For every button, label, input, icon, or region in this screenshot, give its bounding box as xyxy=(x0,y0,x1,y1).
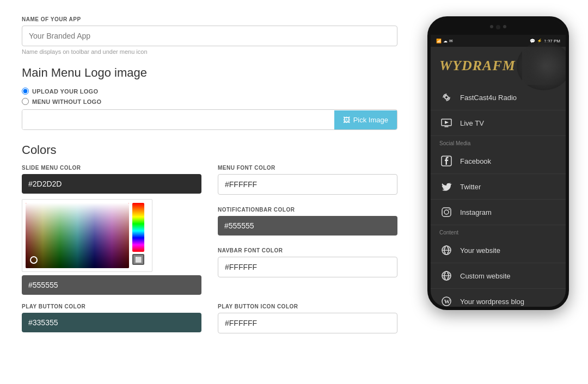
image-pick-row: 🖼 Pick Image xyxy=(22,109,397,130)
custom-website-label: Custom website xyxy=(460,272,510,280)
svg-point-0 xyxy=(445,96,448,99)
content-label: Content xyxy=(431,225,566,238)
image-icon: 🖼 xyxy=(343,116,350,124)
phone-top-bar xyxy=(431,20,566,35)
phone-dots xyxy=(490,25,506,29)
app-name-hint: Name displays on toolbar and under menu … xyxy=(22,48,397,55)
wordpress-label: Your wordpress blog xyxy=(460,298,524,306)
strip-handle[interactable]: ⬜ xyxy=(132,254,144,265)
menu-item-custom-website[interactable]: Custom website xyxy=(431,263,566,289)
play-icon-label: PLAY BUTTON ICON COLOR xyxy=(218,304,397,309)
play-btn-label: PLAY BUTTON COLOR xyxy=(22,304,201,309)
phone-mockup: 📶 ☁ ✉ 💬 ⚡ 1:37 PM WYDRAFM xyxy=(427,16,569,310)
play-icon-color-field: PLAY BUTTON ICON COLOR xyxy=(218,304,397,333)
cloud-icon: ☁ xyxy=(443,39,448,44)
facebook-label: Facebook xyxy=(460,157,491,165)
svg-marker-2 xyxy=(445,121,449,124)
hue-strip-wrapper: ⬜ xyxy=(132,203,144,268)
upload-logo-radio[interactable] xyxy=(22,88,29,95)
instagram-label: Instagram xyxy=(460,208,492,216)
mic-gradient xyxy=(522,47,566,85)
menu-item-tv[interactable]: Live TV xyxy=(431,110,566,136)
notif-bar-label: NOTIFICATIONBAR COLOR xyxy=(218,207,397,213)
second-swatch[interactable]: #555555 xyxy=(22,275,201,295)
tv-label: Live TV xyxy=(460,119,484,127)
right-panel: 📶 ☁ ✉ 💬 ⚡ 1:37 PM WYDRAFM xyxy=(419,11,577,373)
without-logo-option[interactable]: MENU WITHOUT LOGO xyxy=(22,98,397,105)
slide-menu-color-field: SLIDE MENU COLOR #2D2D2D ⬜ #555555 xyxy=(22,165,201,295)
phone-camera xyxy=(496,25,500,29)
color-gradient-area[interactable] xyxy=(26,203,129,268)
menu-item-your-website[interactable]: Your website xyxy=(431,238,566,263)
menu-list: FastCast4u Radio Live TV Social Media xyxy=(431,85,566,310)
svg-point-5 xyxy=(444,210,449,214)
app-name-label: NAME OF YOUR APP xyxy=(22,16,397,22)
menu-item-twitter[interactable]: Twitter xyxy=(431,174,566,200)
logo-radio-group: UPLOAD YOUR LOGO MENU WITHOUT LOGO xyxy=(22,88,397,105)
svg-point-6 xyxy=(449,209,450,210)
play-icon-input[interactable] xyxy=(218,313,397,333)
wordpress-icon: W xyxy=(439,294,454,308)
navbar-font-input[interactable] xyxy=(218,257,397,277)
hue-strip[interactable] xyxy=(132,203,144,252)
without-logo-radio[interactable] xyxy=(22,98,29,105)
mail-icon: ✉ xyxy=(449,39,453,44)
play-btn-swatch[interactable]: #335355 xyxy=(22,313,201,332)
menu-font-color-field: MENU FONT COLOR NOTIFICATIONBAR COLOR #5… xyxy=(218,165,397,295)
navbar-font-label: NAVBAR FONT COLOR xyxy=(218,247,397,253)
color-crosshair xyxy=(30,256,38,264)
menu-font-input[interactable] xyxy=(218,174,397,195)
menu-item-wordpress[interactable]: W Your wordpress blog xyxy=(431,289,566,310)
app-name-input[interactable] xyxy=(22,26,397,46)
color-picker-popup: ⬜ xyxy=(22,199,152,272)
image-path-input[interactable] xyxy=(22,110,334,129)
menu-item-facebook[interactable]: Facebook xyxy=(431,148,566,174)
upload-logo-option[interactable]: UPLOAD YOUR LOGO xyxy=(22,88,397,95)
menu-font-label: MENU FONT COLOR xyxy=(218,165,397,171)
twitter-icon xyxy=(439,179,454,194)
social-media-label: Social Media xyxy=(431,136,566,148)
your-website-label: Your website xyxy=(460,246,500,255)
notif-bar-swatch[interactable]: #555555 xyxy=(218,216,397,236)
status-icons-left: 📶 ☁ ✉ xyxy=(436,39,453,44)
custom-website-icon xyxy=(439,269,454,283)
slide-menu-label: SLIDE MENU COLOR xyxy=(22,165,201,171)
wifi-icon: 📶 xyxy=(436,39,442,44)
slide-menu-swatch[interactable]: #2D2D2D xyxy=(22,174,201,194)
colors-title: Colors xyxy=(22,143,397,157)
instagram-icon xyxy=(439,205,454,219)
logo-section-title: Main Menu Logo image xyxy=(22,66,397,80)
left-panel: NAME OF YOUR APP Name displays on toolba… xyxy=(11,11,408,373)
svg-text:W: W xyxy=(444,298,450,305)
your-website-icon xyxy=(439,243,454,257)
phone-dot-1 xyxy=(490,25,493,28)
twitter-label: Twitter xyxy=(460,183,481,191)
app-logo: WYDRAFM xyxy=(439,58,516,74)
colors-grid: SLIDE MENU COLOR #2D2D2D ⬜ #555555 xyxy=(22,165,397,333)
play-btn-color-field: PLAY BUTTON COLOR #335355 xyxy=(22,304,201,333)
radio-icon xyxy=(439,90,454,104)
tv-icon xyxy=(439,116,454,130)
menu-item-instagram[interactable]: Instagram xyxy=(431,200,566,225)
pick-image-button[interactable]: 🖼 Pick Image xyxy=(334,110,397,129)
facebook-icon xyxy=(439,154,454,168)
app-header: WYDRAFM xyxy=(431,47,566,85)
phone-dot-2 xyxy=(503,25,506,28)
radio-label: FastCast4u Radio xyxy=(460,94,517,102)
